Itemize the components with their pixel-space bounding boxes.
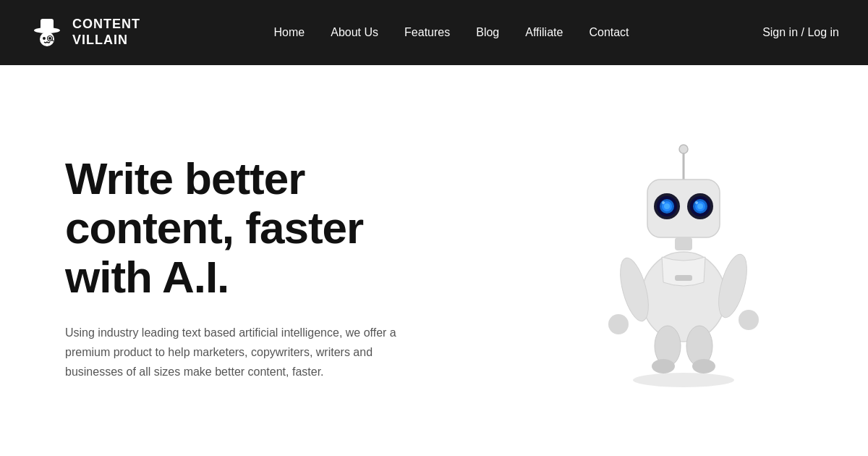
nav-item-blog[interactable]: Blog <box>476 26 499 39</box>
nav-item-home[interactable]: Home <box>274 26 305 39</box>
svg-point-21 <box>695 201 698 204</box>
nav-item-contact[interactable]: Contact <box>589 26 629 39</box>
svg-point-26 <box>608 314 629 334</box>
svg-point-8 <box>679 145 688 153</box>
robot-svg <box>575 130 792 405</box>
svg-point-15 <box>662 201 665 204</box>
logo-icon <box>29 14 65 51</box>
svg-point-28 <box>739 310 759 330</box>
logo-text: CONTENT VILLAIN <box>72 17 140 48</box>
svg-point-32 <box>692 359 715 373</box>
hero-headline: Write better content, faster with A.I. <box>65 154 441 303</box>
svg-rect-1 <box>41 19 54 30</box>
signin-link[interactable]: Sign in / Log in <box>762 26 839 39</box>
svg-point-30 <box>652 359 675 373</box>
svg-point-14 <box>664 203 670 209</box>
svg-point-33 <box>633 373 734 387</box>
svg-rect-22 <box>675 237 692 250</box>
hero-text-block: Write better content, faster with A.I. U… <box>65 154 441 381</box>
robot-illustration <box>557 123 810 413</box>
svg-point-20 <box>697 203 703 209</box>
nav-item-about[interactable]: About Us <box>331 26 378 39</box>
navbar: CONTENT VILLAIN Home About Us Features B… <box>0 0 868 65</box>
logo[interactable]: CONTENT VILLAIN <box>29 14 140 51</box>
svg-point-3 <box>43 37 46 40</box>
svg-rect-24 <box>675 275 692 281</box>
nav-item-affiliate[interactable]: Affiliate <box>525 26 563 39</box>
svg-point-4 <box>48 37 51 40</box>
nav-item-features[interactable]: Features <box>404 26 450 39</box>
hero-section: Write better content, faster with A.I. U… <box>0 65 868 456</box>
nav-links: Home About Us Features Blog Affiliate Co… <box>274 26 629 39</box>
hero-subtext: Using industry leading text based artifi… <box>65 323 398 382</box>
